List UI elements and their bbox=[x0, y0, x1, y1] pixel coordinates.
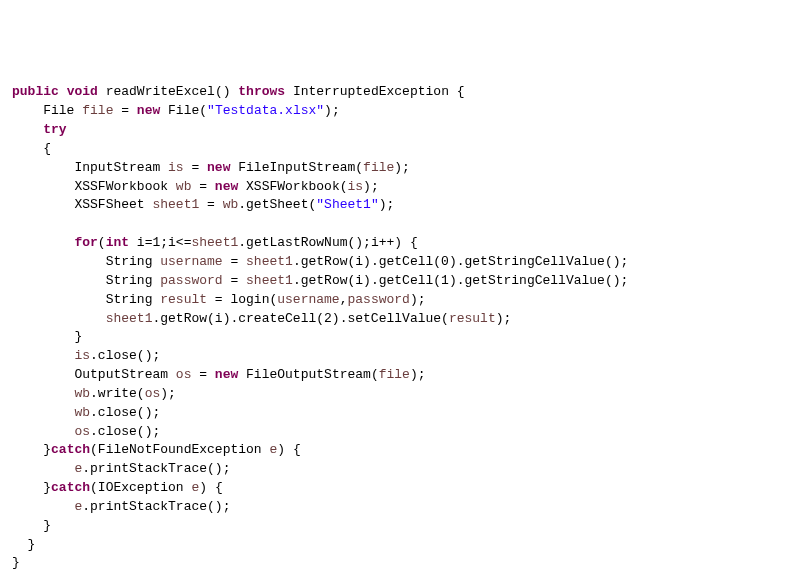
string-literal: "Sheet1" bbox=[316, 197, 378, 212]
text: FileInputStream( bbox=[230, 160, 363, 175]
indent bbox=[12, 518, 43, 533]
text: ) { bbox=[199, 480, 222, 495]
var-os: os bbox=[176, 367, 192, 382]
text: ); bbox=[379, 197, 395, 212]
text: = bbox=[199, 197, 222, 212]
text: .close(); bbox=[90, 348, 160, 363]
indent bbox=[12, 386, 74, 401]
method-name: readWriteExcel bbox=[106, 84, 215, 99]
text: i=1;i<= bbox=[129, 235, 191, 250]
text: ); bbox=[324, 103, 340, 118]
keyword-new: new bbox=[215, 367, 238, 382]
obj-sheet1: sheet1 bbox=[106, 311, 153, 326]
space bbox=[285, 84, 293, 99]
text: FileOutputStream( bbox=[238, 367, 378, 382]
text: = bbox=[113, 103, 136, 118]
type-string: String bbox=[106, 292, 161, 307]
text: .getRow(i).createCell(2).setCellValue( bbox=[152, 311, 448, 326]
indent bbox=[12, 122, 43, 137]
keyword-new: new bbox=[207, 160, 230, 175]
keyword-new: new bbox=[137, 103, 160, 118]
text: XSSFWorkbook( bbox=[238, 179, 347, 194]
var-result: result bbox=[160, 292, 207, 307]
indent bbox=[12, 499, 74, 514]
code-block: public void readWriteExcel() throws Inte… bbox=[12, 83, 794, 573]
text: .getLastRowNum();i++) { bbox=[238, 235, 417, 250]
obj-sheet1: sheet1 bbox=[246, 273, 293, 288]
arg-password: password bbox=[348, 292, 410, 307]
text: ); bbox=[410, 367, 426, 382]
text: .getSheet( bbox=[238, 197, 316, 212]
brace: } bbox=[43, 442, 51, 457]
obj-sheet1: sheet1 bbox=[246, 254, 293, 269]
var-password: password bbox=[160, 273, 222, 288]
keyword-for: for bbox=[74, 235, 97, 250]
arg-result: result bbox=[449, 311, 496, 326]
indent bbox=[12, 311, 106, 326]
text: ); bbox=[363, 179, 379, 194]
text: = bbox=[223, 254, 246, 269]
type-inputstream: InputStream bbox=[74, 160, 168, 175]
indent bbox=[12, 235, 74, 250]
brace: } bbox=[28, 537, 36, 552]
obj-sheet1: sheet1 bbox=[191, 235, 238, 250]
text: = bbox=[223, 273, 246, 288]
indent bbox=[12, 348, 74, 363]
obj-wb: wb bbox=[223, 197, 239, 212]
brace: } bbox=[43, 518, 51, 533]
arg-file: file bbox=[363, 160, 394, 175]
indent bbox=[12, 424, 74, 439]
text: () bbox=[215, 84, 238, 99]
text: (IOException bbox=[90, 480, 191, 495]
text: .close(); bbox=[90, 405, 160, 420]
indent bbox=[12, 160, 74, 175]
var-file: file bbox=[82, 103, 113, 118]
indent bbox=[12, 537, 28, 552]
text: .getRow(i).getCell(0).getStringCellValue… bbox=[293, 254, 628, 269]
text: ); bbox=[496, 311, 512, 326]
text: ); bbox=[160, 386, 176, 401]
text: (FileNotFoundException bbox=[90, 442, 269, 457]
obj-is: is bbox=[74, 348, 90, 363]
type-outputstream: OutputStream bbox=[74, 367, 175, 382]
indent bbox=[12, 480, 43, 495]
text: = bbox=[184, 160, 207, 175]
indent bbox=[12, 329, 74, 344]
arg-is: is bbox=[347, 179, 363, 194]
keyword-throws: throws bbox=[238, 84, 285, 99]
space bbox=[98, 84, 106, 99]
text: .printStackTrace(); bbox=[82, 461, 230, 476]
keyword-catch: catch bbox=[51, 480, 90, 495]
arg-file: file bbox=[379, 367, 410, 382]
keyword-new: new bbox=[215, 179, 238, 194]
text: = bbox=[191, 367, 214, 382]
indent bbox=[12, 254, 106, 269]
arg-os: os bbox=[145, 386, 161, 401]
text: .printStackTrace(); bbox=[82, 499, 230, 514]
indent bbox=[12, 292, 106, 307]
arg-username: username bbox=[277, 292, 339, 307]
text: .close(); bbox=[90, 424, 160, 439]
text: ); bbox=[410, 292, 426, 307]
text: .write( bbox=[90, 386, 145, 401]
type-file: File bbox=[43, 103, 82, 118]
indent bbox=[12, 141, 43, 156]
space bbox=[59, 84, 67, 99]
indent bbox=[12, 461, 74, 476]
var-wb: wb bbox=[176, 179, 192, 194]
text: ) { bbox=[277, 442, 300, 457]
brace: } bbox=[43, 480, 51, 495]
indent bbox=[12, 273, 106, 288]
brace: } bbox=[74, 329, 82, 344]
var-is: is bbox=[168, 160, 184, 175]
brace: { bbox=[43, 141, 51, 156]
type-workbook: XSSFWorkbook bbox=[74, 179, 175, 194]
indent bbox=[12, 179, 74, 194]
indent bbox=[12, 197, 74, 212]
type-string: String bbox=[106, 254, 161, 269]
indent bbox=[12, 367, 74, 382]
indent bbox=[12, 442, 43, 457]
text: File( bbox=[160, 103, 207, 118]
keyword-catch: catch bbox=[51, 442, 90, 457]
text: , bbox=[340, 292, 348, 307]
